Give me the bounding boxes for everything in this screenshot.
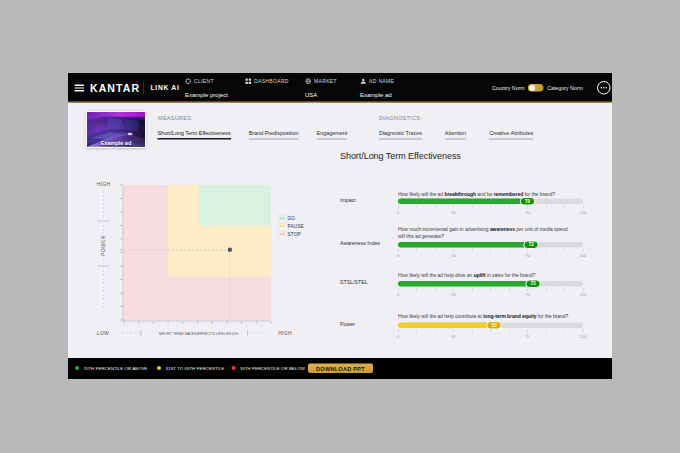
scale-tick-mark xyxy=(435,205,436,209)
scale-tick-mark xyxy=(583,329,584,333)
scale-tick-mark xyxy=(472,329,473,333)
slider-track[interactable]: 73 xyxy=(398,281,583,287)
slider-question: How likely will the ad help contribute t… xyxy=(398,313,573,320)
scale-tick-mark xyxy=(509,329,510,333)
slider-value-badge: 72 xyxy=(523,240,539,249)
dashboard-window: KANTAR LINK AI CLIENT Example project DA… xyxy=(68,73,612,379)
y-axis-high-label: HIGH xyxy=(91,182,116,188)
slider-row-stsl-stel: STSL/STEL How likely will the ad help dr… xyxy=(398,272,583,299)
scale-tick-label: 100 xyxy=(580,210,587,215)
scale-tick-label: 30 xyxy=(451,210,455,215)
scale-tick-mark xyxy=(565,249,566,253)
scale-tick-mark xyxy=(546,205,547,209)
legend-swatch-go xyxy=(279,216,287,222)
slider-scale: 03070100 xyxy=(398,205,583,216)
scale-tick-label: 30 xyxy=(451,334,455,339)
scale-tick-mark xyxy=(528,205,529,209)
slider-question: How likely will the ad help drive an upl… xyxy=(398,272,573,279)
slider-fill xyxy=(398,281,533,287)
scale-tick-mark xyxy=(509,249,510,253)
scale-tick-mark xyxy=(565,329,566,333)
scale-tick-mark xyxy=(565,205,566,209)
slider-track[interactable]: 72 xyxy=(398,242,583,248)
slider-scale: 03070100 xyxy=(398,288,583,299)
legend-item-pause: PAUSE xyxy=(279,224,304,230)
scale-tick-mark xyxy=(509,205,510,209)
slider-question: How likely will the ad breakthrough and … xyxy=(398,191,573,198)
scale-tick-label: 30 xyxy=(451,293,455,298)
slider-fill xyxy=(398,199,528,205)
scale-tick-label: 30 xyxy=(451,254,455,259)
slider-fill xyxy=(398,323,494,329)
x-axis-high-label: HIGH xyxy=(273,330,298,336)
footer-legend-red: 30TH PERCENTILE OR BELOW xyxy=(232,366,305,371)
scale-tick-mark xyxy=(398,249,399,253)
scale-tick-mark xyxy=(454,205,455,209)
yellow-percentile-dot xyxy=(157,366,161,370)
slider-track[interactable]: 70 xyxy=(398,199,583,205)
scale-tick-label: 0 xyxy=(397,334,399,339)
scale-tick-mark xyxy=(491,205,492,209)
legend-swatch-stop xyxy=(279,232,287,238)
green-percentile-dot xyxy=(75,366,79,370)
slider-scale: 03070100 xyxy=(398,249,583,260)
scale-tick-mark xyxy=(398,205,399,209)
legend-label-stop: STOP xyxy=(288,232,301,238)
scale-tick-mark xyxy=(472,288,473,292)
scale-tick-label: 100 xyxy=(580,293,587,298)
scale-tick-label: 0 xyxy=(397,254,399,259)
scale-tick-label: 70 xyxy=(525,210,529,215)
axis-low-label: LOW xyxy=(91,330,116,336)
slider-value-badge: 73 xyxy=(525,279,541,288)
yellow-percentile-label: 31ST TO 69TH PERCENTILE xyxy=(166,366,225,371)
legend-swatch-pause xyxy=(279,224,287,230)
slider-value-badge: 52 xyxy=(486,321,502,330)
scale-tick-label: 70 xyxy=(525,254,529,259)
scale-tick-label: 0 xyxy=(397,210,399,215)
zone-go xyxy=(199,185,271,226)
data-point xyxy=(228,248,233,253)
slider-scale: 03070100 xyxy=(398,329,583,340)
scale-tick-mark xyxy=(565,288,566,292)
scale-tick-label: 70 xyxy=(525,293,529,298)
scale-tick-mark xyxy=(509,288,510,292)
scale-tick-label: 100 xyxy=(580,254,587,259)
scale-tick-mark xyxy=(472,249,473,253)
legend-label-go: GO xyxy=(288,216,296,222)
slider-fill xyxy=(398,242,531,248)
slider-row-label: Impact xyxy=(340,197,396,203)
scale-tick-mark xyxy=(546,288,547,292)
scale-tick-mark xyxy=(435,249,436,253)
scale-tick-mark xyxy=(454,288,455,292)
slider-track[interactable]: 52 xyxy=(398,323,583,329)
scale-tick-mark xyxy=(417,205,418,209)
download-ppt-button[interactable]: DOWNLOAD PPT xyxy=(308,364,373,374)
scale-tick-mark xyxy=(491,249,492,253)
scale-tick-mark xyxy=(583,288,584,292)
scale-tick-mark xyxy=(528,329,529,333)
scale-tick-mark xyxy=(583,249,584,253)
slider-row-label: Awareness Index xyxy=(340,241,396,247)
slider-row-power: Power How likely will the ad help contri… xyxy=(398,313,583,340)
green-percentile-label: 70TH PERCENTILE OR ABOVE xyxy=(84,366,148,371)
footer-legend-green: 70TH PERCENTILE OR ABOVE xyxy=(75,366,147,371)
slider-row-label: STSL/STEL xyxy=(340,280,396,286)
scale-tick-mark xyxy=(417,288,418,292)
scale-tick-mark xyxy=(435,288,436,292)
scale-tick-mark xyxy=(398,288,399,292)
scale-tick-mark xyxy=(491,288,492,292)
scale-tick-label: 0 xyxy=(397,293,399,298)
scale-tick-mark xyxy=(472,205,473,209)
scale-tick-label: 100 xyxy=(580,334,587,339)
x-axis-title: SHORT TERM SALES/EFFECTS LIKELIHOOD xyxy=(159,331,238,336)
slider-question: How much incremental gain in advertising… xyxy=(398,226,573,240)
scale-tick-mark xyxy=(528,249,529,253)
slider-row-label: Power xyxy=(340,321,396,327)
red-percentile-label: 30TH PERCENTILE OR BELOW xyxy=(240,366,305,371)
slider-row-awareness-index: Awareness Index How much incremental gai… xyxy=(398,226,583,260)
scale-tick-mark xyxy=(546,249,547,253)
scale-tick-mark xyxy=(417,329,418,333)
scale-tick-mark xyxy=(435,329,436,333)
scale-tick-label: 70 xyxy=(525,334,529,339)
legend-item-go: GO xyxy=(279,216,304,222)
